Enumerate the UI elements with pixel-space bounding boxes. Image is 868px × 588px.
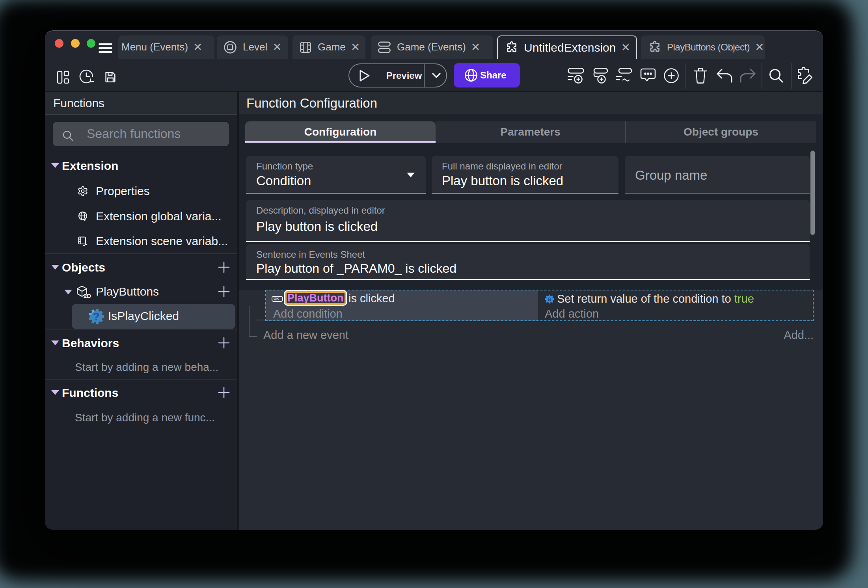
svg-text:?: ? [93, 311, 99, 323]
svg-text:G: G [548, 296, 551, 302]
